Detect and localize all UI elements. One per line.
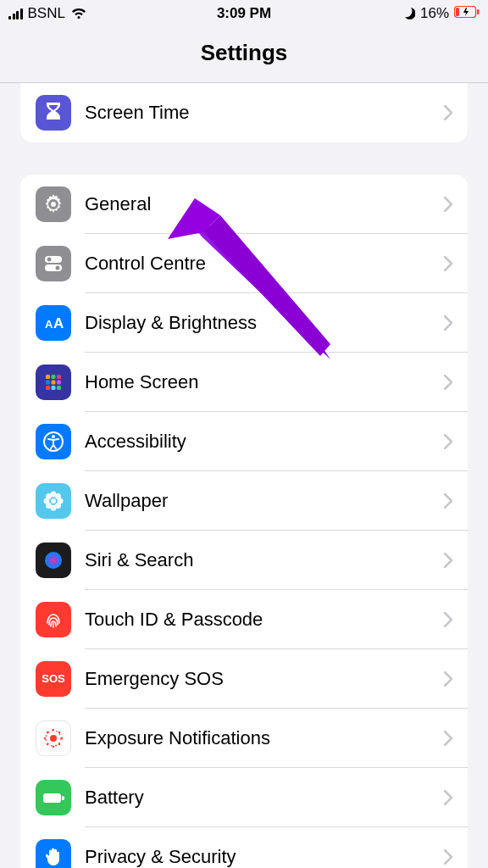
svg-text:A: A (45, 318, 53, 331)
svg-rect-41 (43, 793, 61, 803)
svg-rect-14 (57, 381, 61, 385)
row-label: Emergency SOS (85, 668, 444, 690)
settings-group-screen-time: Screen Time (20, 83, 468, 142)
svg-rect-13 (52, 381, 56, 385)
svg-text:A: A (53, 315, 64, 331)
do-not-disturb-icon (402, 7, 415, 20)
chevron-right-icon (444, 612, 452, 627)
page-title: Settings (201, 40, 288, 66)
chevron-right-icon (444, 671, 452, 687)
svg-rect-15 (46, 386, 50, 390)
row-battery[interactable]: Battery (20, 768, 468, 827)
text-size-icon: AA (36, 305, 71, 341)
chevron-right-icon (444, 375, 452, 390)
row-wallpaper[interactable]: Wallpaper (20, 471, 468, 531)
toggles-icon (36, 246, 71, 281)
svg-rect-12 (46, 381, 50, 385)
sos-icon: SOS (36, 661, 71, 697)
row-emergency-sos[interactable]: SOS Emergency SOS (20, 649, 468, 709)
svg-point-37 (58, 732, 60, 733)
status-bar: BSNL 3:09 PM 16% (0, 0, 488, 24)
svg-point-27 (46, 503, 52, 509)
cellular-signal-icon (8, 8, 23, 19)
svg-point-4 (47, 258, 52, 262)
svg-point-26 (55, 493, 61, 499)
battery-icon (454, 5, 480, 22)
row-label: General (85, 193, 444, 215)
svg-text:SOS: SOS (42, 672, 65, 685)
chevron-right-icon (444, 434, 452, 449)
svg-point-29 (45, 552, 62, 569)
svg-point-6 (56, 266, 60, 270)
carrier-label: BSNL (28, 5, 65, 22)
svg-point-34 (44, 737, 46, 739)
chevron-right-icon (444, 197, 452, 212)
svg-point-31 (50, 735, 57, 742)
svg-rect-42 (62, 796, 64, 800)
row-siri-search[interactable]: Siri & Search (20, 531, 468, 590)
row-label: Home Screen (85, 371, 444, 393)
home-screen-icon (36, 364, 71, 400)
chevron-right-icon (444, 493, 452, 509)
svg-point-25 (46, 493, 52, 499)
row-label: Accessibility (85, 431, 444, 453)
svg-rect-10 (52, 375, 56, 379)
chevron-right-icon (444, 731, 452, 746)
svg-rect-16 (52, 386, 56, 390)
fingerprint-icon (36, 602, 71, 637)
row-general[interactable]: General (20, 175, 468, 234)
row-display-brightness[interactable]: AA Display & Brightness (20, 293, 468, 353)
status-time: 3:09 PM (217, 5, 271, 22)
row-touch-id-passcode[interactable]: Touch ID & Passcode (20, 590, 468, 649)
svg-rect-2 (477, 9, 480, 14)
wifi-icon (70, 8, 87, 19)
row-label: Privacy & Security (85, 846, 444, 868)
chevron-right-icon (444, 553, 452, 568)
row-label: Siri & Search (85, 549, 444, 571)
row-accessibility[interactable]: Accessibility (20, 412, 468, 471)
chevron-right-icon (444, 105, 452, 120)
accessibility-icon (36, 424, 71, 459)
battery-percent: 16% (420, 5, 449, 22)
svg-point-28 (55, 503, 61, 509)
svg-rect-1 (456, 8, 459, 16)
battery-fill-icon (36, 780, 71, 815)
siri-icon (36, 542, 71, 578)
row-label: Battery (85, 787, 444, 809)
chevron-right-icon (444, 256, 452, 271)
row-home-screen[interactable]: Home Screen (20, 353, 468, 412)
gear-icon (36, 186, 71, 222)
row-screen-time[interactable]: Screen Time (20, 83, 468, 142)
row-exposure-notifications[interactable]: Exposure Notifications (20, 709, 468, 768)
chevron-right-icon (444, 849, 452, 865)
row-label: Exposure Notifications (85, 727, 444, 749)
hand-icon (36, 839, 71, 868)
row-label: Wallpaper (85, 490, 444, 512)
settings-group-general: General Control Centre AA Display & Brig… (20, 175, 468, 868)
row-privacy-security[interactable]: Privacy & Security (20, 827, 468, 868)
row-label: Screen Time (85, 102, 444, 124)
exposure-icon (36, 721, 71, 756)
nav-header: Settings (0, 24, 488, 83)
chevron-right-icon (444, 315, 452, 331)
row-label: Display & Brightness (85, 312, 444, 334)
chevron-right-icon (444, 790, 452, 805)
svg-rect-11 (57, 375, 61, 379)
svg-rect-17 (57, 386, 61, 390)
svg-point-20 (51, 498, 56, 504)
svg-point-19 (52, 435, 55, 438)
row-label: Touch ID & Passcode (85, 609, 444, 631)
svg-point-33 (53, 746, 54, 748)
svg-rect-9 (46, 375, 50, 379)
hourglass-icon (36, 95, 71, 131)
row-label: Control Centre (85, 253, 444, 275)
flower-icon (36, 483, 71, 519)
row-control-centre[interactable]: Control Centre (20, 234, 468, 293)
